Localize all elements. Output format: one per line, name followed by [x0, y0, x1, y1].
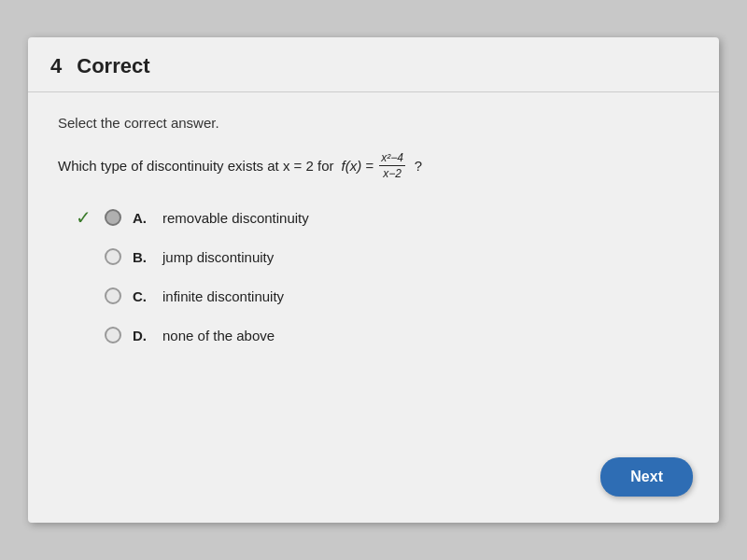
- option-letter-c: C.: [133, 288, 151, 304]
- card-body: Select the correct answer. Which type of…: [28, 92, 719, 384]
- option-letter-d: D.: [133, 328, 151, 343]
- option-d[interactable]: ✓ D. none of the above: [73, 324, 689, 346]
- radio-a[interactable]: [105, 209, 121, 226]
- question-card: 4 Correct Select the correct answer. Whi…: [28, 37, 719, 523]
- option-a[interactable]: ✓ A. removable discontinuity: [73, 206, 689, 229]
- numerator: x²−4: [379, 151, 405, 166]
- option-text-c: infinite discontinuity: [162, 288, 284, 304]
- card-header: 4 Correct: [28, 37, 719, 92]
- checkmark-a: ✓: [73, 206, 93, 229]
- question-text: Which type of discontinuity exists at x …: [58, 151, 689, 180]
- instruction-text: Select the correct answer.: [58, 115, 689, 131]
- option-b[interactable]: ✓ B. jump discontinuity: [73, 245, 689, 268]
- question-number: 4: [50, 54, 62, 78]
- radio-d[interactable]: [105, 327, 121, 343]
- radio-c[interactable]: [105, 287, 121, 304]
- option-text-a: removable discontinuity: [162, 210, 309, 226]
- formula-lhs: f(x) =: [342, 158, 374, 174]
- denominator: x−2: [381, 166, 403, 180]
- radio-b[interactable]: [105, 248, 121, 265]
- question-prefix: Which type of discontinuity exists at x …: [58, 158, 334, 174]
- options-list: ✓ A. removable discontinuity ✓ B. jump d…: [58, 206, 689, 346]
- formula: f(x) = x²−4 x−2: [342, 151, 407, 180]
- option-text-d: none of the above: [162, 328, 275, 343]
- status-label: Correct: [77, 54, 149, 78]
- next-button[interactable]: Next: [600, 457, 693, 497]
- question-suffix: ?: [415, 158, 422, 174]
- option-letter-b: B.: [133, 249, 151, 265]
- option-text-b: jump discontinuity: [162, 249, 274, 265]
- option-letter-a: A.: [133, 210, 151, 226]
- fraction: x²−4 x−2: [379, 151, 405, 180]
- option-c[interactable]: ✓ C. infinite discontinuity: [73, 285, 689, 307]
